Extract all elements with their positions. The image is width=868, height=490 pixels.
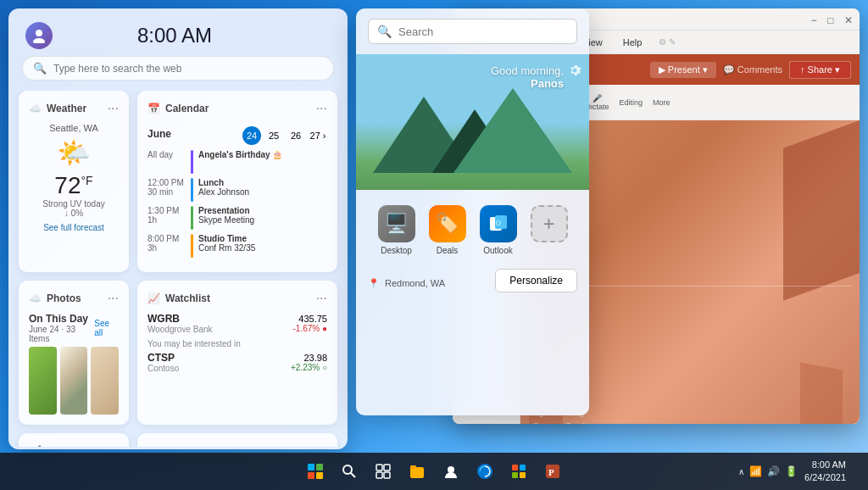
calendar-days: 24 25 26 27 › [242,126,327,145]
photos-menu[interactable]: ··· [108,291,119,306]
outlook-icon: O [480,205,517,242]
slide-consumer-trending: Consumer Trending [533,421,593,424]
calendar-icon: 📅 [147,103,160,114]
weather-forecast-link[interactable]: See full forecast [29,223,119,232]
weather-widget: ☁️ Weather ··· Seattle, WA 🌤️ 72°F Stron… [19,91,129,272]
svg-rect-22 [376,472,382,478]
photos-see-all-link[interactable]: See all [94,319,119,337]
personalize-button[interactable]: Personalize [495,269,577,292]
cal-day-24: 24 [242,126,261,145]
start-search-panel: 🔍 Good morning, Panos 🖥️ Desktop 🏷️ Deal… [356,8,589,415]
widget-search-bar[interactable]: 🔍 [22,56,334,81]
svg-text:O: O [496,220,501,227]
search-icon: 🔍 [377,25,392,38]
svg-rect-29 [520,465,526,471]
taskbar-date-display: 6/24/2021 [804,471,846,484]
deals-icon: 🏷️ [429,205,466,242]
share-button[interactable]: ↑ Share ▾ [789,61,851,79]
greeting-area: Good morning, Panos [491,64,564,90]
minimize-button[interactable]: − [811,14,817,26]
weather-uv: ↓ 0% [29,209,119,218]
task-view-button[interactable] [368,456,398,487]
photos-widget: ☁️ Photos ··· On This Day June 24 · 33 I… [19,281,129,425]
cal-day-26: 26 [287,126,305,145]
close-button[interactable]: ✕ [844,14,853,26]
taskbar-search-button[interactable] [334,456,364,487]
traffic-header: 🚗 Traffic ··· [147,443,327,447]
traffic-widget: 🚗 Traffic ··· WA-99, Seattle Moderate tr… [137,433,337,447]
calendar-month: June [147,128,171,140]
todo-menu[interactable]: ··· [108,443,119,447]
event-bar [191,150,193,174]
pinned-app-add[interactable]: + [531,205,568,255]
todo-header: ✔️ To Do ··· [29,443,119,447]
start-button[interactable] [300,456,331,487]
photos-icon: ☁️ [29,292,42,304]
watchlist-menu[interactable]: ··· [316,291,327,306]
widget-row-1: ☁️ Weather ··· Seattle, WA 🌤️ 72°F Stron… [19,91,337,272]
svg-point-9 [36,30,42,36]
tray-chevron[interactable]: ∧ [738,467,744,476]
weather-header: ☁️ Weather ··· [29,101,119,116]
calendar-widget: 📅 Calendar ··· June 24 25 [137,91,337,272]
start-landscape-image: Good morning, Panos [356,54,589,190]
photo-thumb-2[interactable] [60,347,88,415]
user-avatar[interactable] [25,22,53,49]
powerpoint-taskbar-button[interactable]: P [537,456,568,487]
volume-icon: 🔊 [767,465,780,477]
svg-rect-15 [316,464,323,471]
present-button[interactable]: ▶ Present ▾ [650,62,716,78]
comments-button[interactable]: 💬 Comments [723,64,782,75]
cal-day-25: 25 [264,126,283,145]
taskbar-clock[interactable]: 8:00 AM 6/24/2021 [804,459,846,485]
cal-event-presentation: 1:30 PM1h PresentationSkype Meeting [147,206,327,230]
pinned-app-deals[interactable]: 🏷️ Deals [429,205,466,255]
start-search-bar[interactable]: 🔍 [368,19,577,44]
calendar-title: 📅 Calendar [147,103,209,114]
svg-line-19 [351,473,355,477]
weather-temp: 72°F [29,172,119,199]
calendar-menu[interactable]: ··· [316,101,327,116]
svg-rect-14 [308,464,314,471]
cal-event-studio: 8:00 PM3h Studio TimeConf Rm 32/35 [147,234,327,258]
photo-thumb-3[interactable] [91,347,119,415]
system-tray: ∧ 📶 🔊 🔋 [738,465,798,477]
pinned-apps-section: 🖥️ Desktop 🏷️ Deals O Outlook + [356,190,589,264]
ribbon-tab-help[interactable]: Help [620,36,646,49]
teams-button[interactable] [436,456,466,487]
traffic-menu[interactable]: ··· [316,443,327,447]
event-bar [191,234,193,258]
file-explorer-button[interactable] [402,456,432,487]
widgets-panel: 8:00 AM 🔍 ☁️ Weather ··· Seattle, WA 🌤️ [8,8,348,449]
slide-shape-bottom-right [800,363,843,424]
event-bar [191,178,193,202]
svg-rect-23 [384,472,390,478]
watchlist-widget: 📈 Watchlist ··· WGRB Woodgrove Bank 435.… [137,281,337,425]
todo-icon: ✔️ [29,445,42,447]
pinned-app-desktop[interactable]: 🖥️ Desktop [378,205,415,255]
start-search-input[interactable] [398,25,568,38]
interested-label: You may be interested in [147,339,327,348]
svg-rect-30 [512,472,518,478]
pinned-app-outlook[interactable]: O Outlook [480,205,517,255]
todo-widget: ✔️ To Do ··· ✓ My Day ∨ ⊕ Add a task Sen… [19,433,129,447]
pinned-apps-grid: 🖥️ Desktop 🏷️ Deals O Outlook + [368,205,577,255]
weather-menu[interactable]: ··· [108,101,119,116]
taskbar: P ∧ 📶 🔊 🔋 8:00 AM 6/24/2021 [0,453,868,490]
svg-rect-21 [384,465,390,471]
event-bar [191,206,193,230]
todo-title: ✔️ To Do [29,445,75,447]
cloud-icon: ☁️ [29,103,42,114]
mountain-3 [453,88,572,173]
search-input[interactable] [53,63,323,75]
settings-icon[interactable] [567,63,582,81]
svg-point-18 [343,465,352,474]
weather-description: Strong UV today [29,199,119,209]
edge-browser-button[interactable] [470,456,500,487]
weather-location: Seattle, WA [29,123,119,133]
cal-day-27: 27 › [309,126,327,145]
widgets-grid: ☁️ Weather ··· Seattle, WA 🌤️ 72°F Stron… [8,91,348,447]
photo-thumb-1[interactable] [29,347,57,415]
maximize-button[interactable]: □ [827,14,833,26]
store-button[interactable] [504,456,534,487]
